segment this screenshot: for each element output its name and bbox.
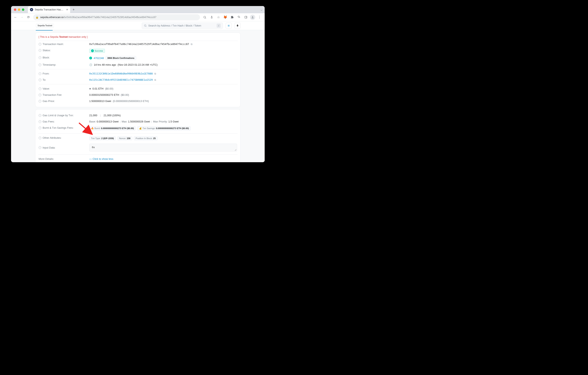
show-less-link[interactable]: — Click to show less — [89, 157, 113, 160]
reload-button[interactable]: ⟳ — [26, 14, 31, 20]
svg-point-0 — [204, 16, 206, 18]
svg-line-13 — [229, 26, 230, 27]
row-fee: ?Transaction Fee: 0.000031500000273 ETH … — [35, 92, 240, 98]
row-more: More Details: — Click to show less — [35, 156, 240, 162]
label: Block: — [42, 56, 50, 59]
label: Gas Fees: — [42, 120, 55, 123]
row-block: ?Block: ✓ 4702248 3866 Block Confirmatio… — [35, 54, 240, 62]
nonce-pill: Nonce: 158 — [117, 136, 132, 140]
gas-price-gwei: 1.500000013 Gwei — [89, 100, 111, 102]
window-minimize[interactable] — [18, 9, 20, 11]
fee-usd: ($0.00) — [121, 93, 129, 96]
row-gas-limit: ?Gas Limit & Usage by Txn: 21,000 | 21,0… — [35, 112, 240, 118]
network-badge: Sepolia Testnet — [36, 24, 54, 28]
help-icon[interactable]: ? — [39, 56, 42, 59]
overview-card: [ This is a Sepolia Testnet transaction … — [35, 32, 241, 107]
close-icon[interactable]: ✕ — [66, 8, 68, 11]
row-status: ?Status: ✓ Success — [35, 47, 240, 54]
row-gas-price: ?Gas Price: 1.500000013 Gwei (0.00000000… — [35, 98, 240, 104]
label: Gas Price: — [42, 100, 55, 102]
help-icon[interactable]: ? — [39, 126, 42, 129]
share-icon[interactable] — [209, 14, 214, 20]
help-icon[interactable]: ? — [39, 87, 42, 90]
page-viewport: Sepolia Testnet Search by Address / Txn … — [11, 21, 265, 162]
copy-icon[interactable]: ⧉ — [154, 72, 156, 75]
label: Burnt & Txn Savings Fees: — [42, 126, 74, 129]
resize-handle[interactable] — [235, 149, 236, 151]
help-icon[interactable]: ? — [39, 72, 42, 75]
traffic-lights — [14, 9, 24, 11]
row-to: ?To: 0x115c2AC736dc0FE31b8E08E1c7475B08B… — [35, 77, 240, 83]
block-confirmations: 3866 Block Confirmations — [105, 56, 136, 60]
forward-button[interactable]: → — [19, 14, 25, 20]
bookmark-icon[interactable]: ☆ — [216, 14, 221, 20]
browser-window: ⛓ Sepolia Transaction Hash (Txh ✕ + ⌵ ← … — [11, 6, 265, 162]
details-card: ?Gas Limit & Usage by Txn: 21,000 | 21,0… — [35, 109, 241, 162]
copy-icon[interactable]: ⧉ — [154, 79, 156, 81]
search-input[interactable]: Search by Address / Txn Hash / Block / T… — [142, 22, 223, 29]
help-icon[interactable]: ? — [39, 114, 42, 117]
label: Value: — [42, 87, 50, 90]
tab-title: Sepolia Transaction Hash (Txh — [35, 8, 64, 11]
row-burnt: ?Burnt & Txn Savings Fees: 🔥 Burnt: 0.00… — [35, 125, 240, 132]
search-icon[interactable] — [202, 14, 208, 20]
help-icon[interactable]: ? — [39, 63, 42, 66]
sidepanel-icon[interactable] — [243, 14, 249, 20]
row-gas-fees: ?Gas Fees: Base: 0.000000013 Gwei | Max:… — [35, 118, 240, 125]
help-icon[interactable]: ? — [39, 43, 42, 46]
testnet-notice: [ This is a Sepolia Testnet transaction … — [35, 36, 240, 41]
svg-point-5 — [144, 25, 146, 26]
label: Transaction Fee: — [42, 93, 62, 96]
timestamp-absolute: (Nov-16-2023 01:22:24 AM +UTC) — [118, 63, 158, 66]
svg-line-1 — [205, 18, 206, 19]
window-zoom[interactable] — [22, 9, 24, 11]
txn-hash: 0xfc06a2acef99a0f6477a96c74614a224057529… — [89, 42, 189, 46]
site-header: Sepolia Testnet Search by Address / Txn … — [11, 21, 265, 30]
copy-icon[interactable]: ⧉ — [191, 43, 192, 46]
profile-button[interactable] — [250, 14, 255, 20]
help-icon[interactable]: ? — [39, 93, 42, 96]
to-address[interactable]: 0x115c2AC736dc0FE31b8E08E1c7475B08BE1a15… — [89, 78, 153, 81]
fee-eth: 0.000031500000273 ETH — [89, 93, 119, 96]
block-link[interactable]: 4702248 — [94, 57, 104, 60]
address-bar[interactable]: 🔒 sepolia.etherscan.io/tx/0xfc06a2acef99… — [33, 14, 200, 20]
row-timestamp: ?Timestamp: 🕓 14 hrs 48 mins ago (Nov-16… — [35, 62, 240, 68]
menu-icon[interactable]: ⋮ — [257, 14, 262, 20]
back-button[interactable]: ← — [13, 14, 18, 20]
metamask-icon[interactable]: 🦊 — [222, 14, 228, 20]
svg-line-6 — [146, 26, 147, 27]
from-address[interactable]: 0x351132C80b1e1De680A6dAe996649E0b2a1E78… — [89, 72, 153, 75]
url-text: sepolia.etherscan.io/tx/0xfc06a2acef99a0… — [40, 16, 156, 19]
svg-point-7 — [228, 25, 229, 26]
help-icon[interactable]: ? — [39, 137, 42, 139]
value-eth: 0.01 ETH — [93, 87, 104, 90]
active-tab-indicator — [36, 30, 53, 30]
new-tab-button[interactable]: + — [73, 8, 75, 12]
search-placeholder: Search by Address / Txn Hash / Block / T… — [148, 24, 215, 27]
theme-toggle[interactable] — [226, 23, 232, 29]
input-data-box[interactable]: 0x — [89, 143, 237, 152]
leaf-icon[interactable] — [236, 14, 242, 20]
label: To: — [42, 78, 46, 81]
label: Input Data: — [42, 146, 55, 149]
txn-type-pill: Txn Type: 2 (EIP-1559) — [89, 136, 116, 140]
row-from: ?From: 0x351132C80b1e1De680A6dAe996649E0… — [35, 71, 240, 77]
extensions-icon[interactable] — [229, 14, 235, 20]
browser-tab[interactable]: ⛓ Sepolia Transaction Hash (Txh ✕ — [28, 6, 70, 13]
help-icon[interactable]: ? — [39, 146, 42, 149]
tabs-dropdown-icon[interactable]: ⌵ — [261, 8, 262, 11]
help-icon[interactable]: ? — [39, 49, 42, 52]
label: From: — [42, 72, 49, 75]
row-hash: ?Transaction Hash: 0xfc06a2acef99a0f6477… — [35, 41, 240, 47]
ether-price-button[interactable] — [234, 23, 241, 29]
browser-toolbar: ← → ⟳ 🔒 sepolia.etherscan.io/tx/0xfc06a2… — [11, 13, 265, 21]
toolbar-actions: ☆ 🦊 ⋮ — [202, 14, 263, 20]
value-usd: ($0.00) — [105, 87, 113, 90]
window-close[interactable] — [14, 9, 16, 11]
help-icon[interactable]: ? — [39, 79, 42, 81]
label: Status: — [42, 49, 51, 52]
help-icon[interactable]: ? — [39, 120, 42, 123]
help-icon[interactable]: ? — [39, 100, 42, 102]
ethereum-icon — [237, 24, 239, 27]
svg-line-12 — [228, 25, 228, 25]
